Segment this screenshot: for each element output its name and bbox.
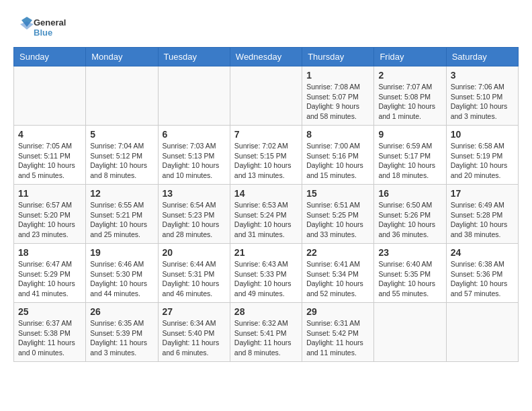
day-info: Sunrise: 6:38 AMSunset: 5:36 PMDaylight:… (451, 259, 514, 299)
day-number: 7 (234, 129, 298, 140)
calendar-cell: 7Sunrise: 7:02 AMSunset: 5:15 PMDaylight… (230, 126, 302, 185)
day-number: 13 (163, 188, 226, 199)
calendar-cell: 22Sunrise: 6:41 AMSunset: 5:34 PMDayligh… (302, 244, 374, 303)
day-number: 6 (163, 129, 226, 140)
day-info: Sunrise: 6:46 AMSunset: 5:30 PMDaylight:… (90, 259, 153, 299)
calendar-cell: 13Sunrise: 6:54 AMSunset: 5:23 PMDayligh… (158, 185, 230, 244)
day-number: 15 (306, 188, 369, 199)
svg-marker-3 (20, 21, 34, 30)
day-number: 1 (306, 70, 369, 81)
calendar-cell: 19Sunrise: 6:46 AMSunset: 5:30 PMDayligh… (86, 244, 158, 303)
day-info: Sunrise: 6:34 AMSunset: 5:40 PMDaylight:… (163, 318, 226, 358)
day-info: Sunrise: 7:02 AMSunset: 5:15 PMDaylight:… (234, 141, 298, 181)
calendar-cell (14, 66, 86, 126)
day-info: Sunrise: 6:59 AMSunset: 5:17 PMDaylight:… (378, 141, 441, 181)
calendar-cell: 21Sunrise: 6:43 AMSunset: 5:33 PMDayligh… (230, 244, 302, 303)
header-wednesday: Wednesday (230, 48, 302, 66)
day-number: 29 (306, 306, 369, 317)
day-info: Sunrise: 7:08 AMSunset: 5:07 PMDaylight:… (306, 82, 369, 122)
day-number: 24 (451, 247, 514, 258)
day-number: 9 (378, 129, 441, 140)
day-info: Sunrise: 6:58 AMSunset: 5:19 PMDaylight:… (451, 141, 514, 181)
logo-svg: General Blue (13, 13, 74, 40)
calendar-cell: 9Sunrise: 6:59 AMSunset: 5:17 PMDaylight… (374, 126, 446, 185)
calendar-cell: 27Sunrise: 6:34 AMSunset: 5:40 PMDayligh… (158, 303, 230, 362)
day-info: Sunrise: 7:07 AMSunset: 5:08 PMDaylight:… (378, 82, 441, 122)
calendar-cell: 8Sunrise: 7:00 AMSunset: 5:16 PMDaylight… (302, 126, 374, 185)
day-info: Sunrise: 6:57 AMSunset: 5:20 PMDaylight:… (18, 200, 81, 240)
day-info: Sunrise: 7:05 AMSunset: 5:11 PMDaylight:… (18, 141, 81, 181)
calendar-cell: 10Sunrise: 6:58 AMSunset: 5:19 PMDayligh… (446, 126, 518, 185)
day-number: 17 (451, 188, 514, 199)
calendar-cell: 14Sunrise: 6:53 AMSunset: 5:24 PMDayligh… (230, 185, 302, 244)
day-info: Sunrise: 6:53 AMSunset: 5:24 PMDaylight:… (234, 200, 298, 240)
calendar-cell: 5Sunrise: 7:04 AMSunset: 5:12 PMDaylight… (86, 126, 158, 185)
day-number: 12 (90, 188, 153, 199)
calendar-cell (86, 66, 158, 126)
day-number: 4 (18, 129, 81, 140)
week-row-3: 11Sunrise: 6:57 AMSunset: 5:20 PMDayligh… (14, 185, 519, 244)
day-info: Sunrise: 6:44 AMSunset: 5:31 PMDaylight:… (163, 259, 226, 299)
day-number: 19 (90, 247, 153, 258)
header-monday: Monday (86, 48, 158, 66)
week-row-1: 1Sunrise: 7:08 AMSunset: 5:07 PMDaylight… (14, 66, 519, 126)
day-info: Sunrise: 6:47 AMSunset: 5:29 PMDaylight:… (18, 259, 81, 299)
calendar-cell: 18Sunrise: 6:47 AMSunset: 5:29 PMDayligh… (14, 244, 86, 303)
calendar-cell: 17Sunrise: 6:49 AMSunset: 5:28 PMDayligh… (446, 185, 518, 244)
calendar-cell: 15Sunrise: 6:51 AMSunset: 5:25 PMDayligh… (302, 185, 374, 244)
calendar-cell: 26Sunrise: 6:35 AMSunset: 5:39 PMDayligh… (86, 303, 158, 362)
day-number: 10 (451, 129, 514, 140)
header-friday: Friday (374, 48, 446, 66)
page-header: General Blue (13, 13, 519, 40)
week-row-5: 25Sunrise: 6:37 AMSunset: 5:38 PMDayligh… (14, 303, 519, 362)
svg-text:Blue: Blue (34, 28, 52, 38)
day-info: Sunrise: 7:03 AMSunset: 5:13 PMDaylight:… (163, 141, 226, 181)
header-thursday: Thursday (302, 48, 374, 66)
weekday-header-row: SundayMondayTuesdayWednesdayThursdayFrid… (14, 48, 519, 66)
calendar-cell: 1Sunrise: 7:08 AMSunset: 5:07 PMDaylight… (302, 66, 374, 126)
day-number: 2 (378, 70, 441, 81)
calendar-cell: 3Sunrise: 7:06 AMSunset: 5:10 PMDaylight… (446, 66, 518, 126)
day-number: 8 (306, 129, 369, 140)
day-info: Sunrise: 6:51 AMSunset: 5:25 PMDaylight:… (306, 200, 369, 240)
week-row-4: 18Sunrise: 6:47 AMSunset: 5:29 PMDayligh… (14, 244, 519, 303)
day-info: Sunrise: 6:50 AMSunset: 5:26 PMDaylight:… (378, 200, 441, 240)
day-number: 28 (234, 306, 298, 317)
calendar-cell: 23Sunrise: 6:40 AMSunset: 5:35 PMDayligh… (374, 244, 446, 303)
calendar-cell (446, 303, 518, 362)
calendar-cell: 28Sunrise: 6:32 AMSunset: 5:41 PMDayligh… (230, 303, 302, 362)
day-number: 16 (378, 188, 441, 199)
day-number: 27 (163, 306, 226, 317)
day-number: 11 (18, 188, 81, 199)
day-info: Sunrise: 7:00 AMSunset: 5:16 PMDaylight:… (306, 141, 369, 181)
svg-text:General: General (34, 17, 66, 28)
day-info: Sunrise: 6:32 AMSunset: 5:41 PMDaylight:… (234, 318, 298, 358)
day-info: Sunrise: 6:40 AMSunset: 5:35 PMDaylight:… (378, 259, 441, 299)
calendar-cell: 29Sunrise: 6:31 AMSunset: 5:42 PMDayligh… (302, 303, 374, 362)
day-number: 21 (234, 247, 298, 258)
calendar-cell: 11Sunrise: 6:57 AMSunset: 5:20 PMDayligh… (14, 185, 86, 244)
calendar-cell: 4Sunrise: 7:05 AMSunset: 5:11 PMDaylight… (14, 126, 86, 185)
logo: General Blue (13, 13, 74, 40)
calendar-cell: 20Sunrise: 6:44 AMSunset: 5:31 PMDayligh… (158, 244, 230, 303)
day-number: 23 (378, 247, 441, 258)
header-sunday: Sunday (14, 48, 86, 66)
day-info: Sunrise: 6:43 AMSunset: 5:33 PMDaylight:… (234, 259, 298, 299)
calendar-cell (158, 66, 230, 126)
day-number: 25 (18, 306, 81, 317)
day-number: 22 (306, 247, 369, 258)
calendar-cell (230, 66, 302, 126)
calendar-table: SundayMondayTuesdayWednesdayThursdayFrid… (13, 47, 519, 362)
day-info: Sunrise: 6:37 AMSunset: 5:38 PMDaylight:… (18, 318, 81, 358)
calendar-cell: 6Sunrise: 7:03 AMSunset: 5:13 PMDaylight… (158, 126, 230, 185)
day-number: 20 (163, 247, 226, 258)
calendar-cell (374, 303, 446, 362)
calendar-cell: 24Sunrise: 6:38 AMSunset: 5:36 PMDayligh… (446, 244, 518, 303)
day-info: Sunrise: 7:06 AMSunset: 5:10 PMDaylight:… (451, 82, 514, 122)
day-info: Sunrise: 6:35 AMSunset: 5:39 PMDaylight:… (90, 318, 153, 358)
day-info: Sunrise: 6:31 AMSunset: 5:42 PMDaylight:… (306, 318, 369, 358)
calendar-cell: 12Sunrise: 6:55 AMSunset: 5:21 PMDayligh… (86, 185, 158, 244)
week-row-2: 4Sunrise: 7:05 AMSunset: 5:11 PMDaylight… (14, 126, 519, 185)
day-info: Sunrise: 6:55 AMSunset: 5:21 PMDaylight:… (90, 200, 153, 240)
day-info: Sunrise: 7:04 AMSunset: 5:12 PMDaylight:… (90, 141, 153, 181)
